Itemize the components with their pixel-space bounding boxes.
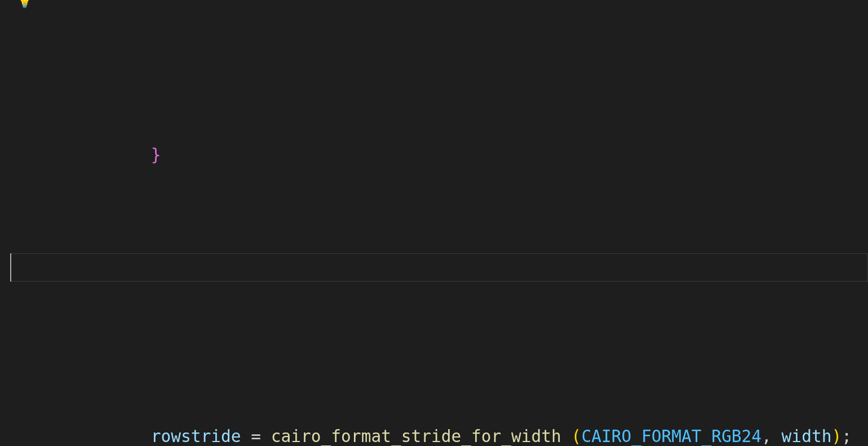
text-cursor (10, 253, 11, 282)
operator: = (241, 427, 271, 446)
code-line[interactable]: rowstride = cairo_format_stride_for_widt… (10, 394, 868, 422)
identifier: width (782, 427, 832, 446)
function-call: cairo_format_stride_for_width (271, 427, 561, 446)
space (561, 427, 572, 446)
code-editor[interactable]: 💡 } rowstride = cairo_format_stride_for_… (0, 0, 868, 446)
paren-open: ( (572, 427, 582, 446)
code-area[interactable]: } rowstride = cairo_format_stride_for_wi… (10, 0, 868, 446)
identifier: rowstride (151, 427, 241, 446)
comma: , (761, 427, 782, 446)
code-line-active[interactable] (10, 253, 868, 282)
paren-close: ) (831, 427, 842, 446)
semicolon: ; (842, 427, 852, 446)
indent (111, 145, 151, 164)
code-line[interactable]: } (10, 113, 868, 141)
constant: CAIRO_FORMAT_RGB24 (581, 427, 761, 446)
indent (111, 427, 151, 446)
brace-close: } (151, 145, 161, 164)
